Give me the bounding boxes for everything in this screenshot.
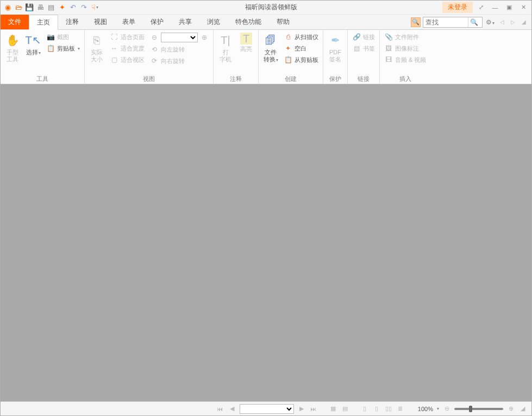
search-folder-icon[interactable]: 🔍 bbox=[411, 17, 421, 27]
clipboard-doc-icon: 📋 bbox=[284, 55, 292, 64]
select-icon: T↖ bbox=[26, 33, 41, 48]
layout-3-icon[interactable]: ▯▯ bbox=[384, 405, 393, 413]
search-button[interactable]: 🔍 bbox=[468, 17, 480, 27]
prev-page-icon[interactable]: ◀ bbox=[228, 405, 236, 413]
image-annot-button[interactable]: 🖼图像标注 bbox=[382, 43, 428, 54]
page-select[interactable] bbox=[240, 404, 294, 414]
rotate-right-button[interactable]: ⟳向右旋转 bbox=[148, 55, 211, 66]
group-insert: 📎文件附件 🖼图像标注 🎞音频 & 视频 插入 bbox=[380, 30, 430, 84]
layout-1-icon[interactable]: ▯ bbox=[360, 405, 369, 413]
group-link: 🔗链接 ▤书签 链接 bbox=[348, 30, 380, 84]
rotate-left-button[interactable]: ⟲向左旋转 bbox=[148, 44, 211, 55]
fit-page-icon: ⛶ bbox=[110, 33, 118, 41]
rotate-right-icon: ⟳ bbox=[150, 56, 159, 65]
snapshot-button[interactable]: 📷截图 bbox=[44, 31, 82, 42]
link-button[interactable]: 🔗链接 bbox=[350, 31, 377, 42]
resize-grip-icon[interactable]: ◢ bbox=[518, 405, 527, 413]
login-button[interactable]: 未登录 bbox=[442, 2, 473, 13]
minimize-icon[interactable]: — bbox=[489, 3, 501, 12]
tab-home[interactable]: 主页 bbox=[29, 15, 58, 30]
search-box[interactable]: 🔍 bbox=[423, 17, 483, 28]
actual-size-button[interactable]: ⎘ 实际 大小 bbox=[87, 31, 107, 64]
blank-doc-icon: ✦ bbox=[284, 44, 292, 53]
typewriter-button[interactable]: T| 打 字机 bbox=[216, 31, 235, 64]
highlight-icon: T bbox=[240, 33, 252, 45]
app-title: 福昕阅读器领鲜版 bbox=[101, 3, 441, 12]
bookmark-button[interactable]: ▤书签 bbox=[350, 43, 377, 54]
group-view: ⎘ 实际 大小 ⛶适合页面 ↔适合宽度 ▢适合视区 ⊖⊕ ⟲向左旋转 ⟳向右旋转… bbox=[85, 30, 214, 84]
nav-next-icon[interactable]: ▷ bbox=[509, 19, 517, 25]
print-icon[interactable]: 🖶 bbox=[35, 3, 45, 12]
tab-form[interactable]: 表单 bbox=[115, 15, 143, 29]
tab-share[interactable]: 共享 bbox=[171, 15, 199, 29]
zoom-value: 100% bbox=[418, 406, 433, 412]
av-icon: 🎞 bbox=[384, 55, 393, 64]
pointer-icon[interactable]: ☟▾ bbox=[90, 3, 99, 12]
tab-feature[interactable]: 特色功能 bbox=[228, 15, 269, 29]
fit-page-button[interactable]: ⛶适合页面 bbox=[108, 31, 147, 42]
tab-file[interactable]: 文件 bbox=[1, 15, 29, 29]
image-icon: 🖼 bbox=[384, 44, 393, 53]
tabbar: 文件 主页 注释 视图 表单 保护 共享 浏览 特色功能 帮助 🔍 🔍 ⚙▾ ◁… bbox=[1, 15, 531, 30]
link-icon: 🔗 bbox=[352, 33, 361, 41]
zoom-slider-thumb[interactable] bbox=[469, 406, 472, 412]
tab-comment[interactable]: 注释 bbox=[58, 15, 86, 29]
maximize-icon[interactable]: ▣ bbox=[503, 3, 515, 12]
scanner-icon: ⎙ bbox=[284, 33, 292, 41]
av-button[interactable]: 🎞音频 & 视频 bbox=[382, 54, 428, 65]
blank-button[interactable]: ✦空白 bbox=[281, 43, 321, 54]
hand-tool-button[interactable]: ✋ 手型 工具 bbox=[3, 31, 22, 64]
view-mode-1-icon[interactable]: ▦ bbox=[329, 405, 337, 413]
app-icon: ◉ bbox=[3, 3, 12, 12]
highlight-button[interactable]: T 高亮 bbox=[236, 31, 256, 54]
zoom-in-status-icon[interactable]: ⊕ bbox=[506, 405, 515, 413]
undo-icon[interactable]: ↶ bbox=[68, 3, 78, 12]
clipboard-button[interactable]: 📋剪贴板▾ bbox=[44, 43, 82, 54]
convert-button[interactable]: 🗐 文件 转换▾ bbox=[261, 31, 280, 65]
titlebar: ◉ 🗁 💾 🖶 ▤ ✦ ↶ ↷ ☟▾ 福昕阅读器领鲜版 未登录 ⤢ — ▣ ✕ bbox=[1, 1, 531, 15]
hand-icon: ✋ bbox=[5, 33, 20, 48]
close-icon[interactable]: ✕ bbox=[517, 3, 529, 12]
tab-browse[interactable]: 浏览 bbox=[199, 15, 228, 29]
zoom-dropdown-icon[interactable]: ▾ bbox=[437, 406, 439, 411]
ribbon-collapse-icon[interactable]: ⤢ bbox=[475, 3, 487, 12]
fit-visible-button[interactable]: ▢适合视区 bbox=[108, 54, 147, 65]
tab-view[interactable]: 视图 bbox=[86, 15, 115, 29]
open-icon[interactable]: 🗁 bbox=[14, 3, 23, 12]
settings-icon[interactable]: ⚙▾ bbox=[485, 18, 496, 26]
from-clipboard-button[interactable]: 📋从剪贴板 bbox=[281, 54, 321, 65]
group-tools: ✋ 手型 工具 T↖ 选择▾ 📷截图 📋剪贴板▾ 工具 bbox=[1, 30, 85, 84]
layout-4-icon[interactable]: ≣ bbox=[396, 405, 405, 413]
last-page-icon[interactable]: ⏭ bbox=[309, 405, 318, 413]
attachment-icon: 📎 bbox=[384, 33, 393, 41]
fit-width-icon: ↔ bbox=[110, 44, 118, 53]
clipboard-icon: 📋 bbox=[46, 44, 55, 53]
redo-icon[interactable]: ↷ bbox=[79, 3, 89, 12]
zoom-slider[interactable] bbox=[454, 408, 503, 410]
typewriter-icon: T| bbox=[218, 33, 233, 48]
zoom-out-icon[interactable]: ⊖ bbox=[150, 33, 159, 42]
pdf-sign-button[interactable]: ✒ PDF 签名 bbox=[326, 31, 345, 64]
first-page-icon[interactable]: ⏮ bbox=[216, 405, 224, 413]
nav-prev-icon[interactable]: ◁ bbox=[498, 19, 506, 25]
ribbon-toggle-icon[interactable]: ◢ bbox=[520, 19, 528, 25]
tab-help[interactable]: 帮助 bbox=[269, 15, 297, 29]
zoom-in-icon[interactable]: ⊕ bbox=[200, 33, 209, 42]
doc-icon[interactable]: ▤ bbox=[46, 3, 56, 12]
zoom-controls[interactable]: ⊖⊕ bbox=[148, 31, 211, 43]
fit-width-button[interactable]: ↔适合宽度 bbox=[108, 43, 147, 54]
next-page-icon[interactable]: ▶ bbox=[297, 405, 306, 413]
from-scanner-button[interactable]: ⎙从扫描仪 bbox=[281, 31, 321, 42]
bookmark-icon: ▤ bbox=[352, 44, 361, 53]
tab-protect[interactable]: 保护 bbox=[143, 15, 171, 29]
zoom-out-status-icon[interactable]: ⊖ bbox=[442, 405, 451, 413]
view-mode-2-icon[interactable]: ▤ bbox=[341, 405, 349, 413]
fit-visible-icon: ▢ bbox=[110, 55, 118, 64]
select-tool-button[interactable]: T↖ 选择▾ bbox=[23, 31, 43, 58]
attachment-button[interactable]: 📎文件附件 bbox=[382, 31, 428, 42]
layout-2-icon[interactable]: ▯ bbox=[372, 405, 381, 413]
new-doc-icon[interactable]: ✦ bbox=[57, 3, 67, 12]
save-icon[interactable]: 💾 bbox=[24, 3, 34, 12]
zoom-select[interactable] bbox=[161, 33, 198, 42]
search-input[interactable] bbox=[423, 18, 468, 26]
